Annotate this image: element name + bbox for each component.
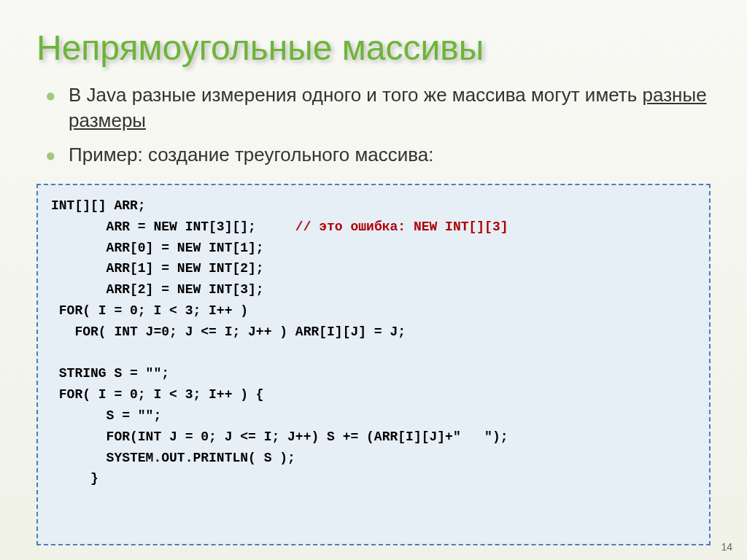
code-line: }: [51, 471, 98, 486]
code-line: ARR[1] = NEW INT[2];: [51, 261, 264, 276]
code-line: ARR[2] = NEW INT[3];: [51, 282, 264, 297]
code-line: SYSTEM.OUT.PRINTLN( S );: [51, 451, 295, 465]
slide: Непрямоугольные массивы В Java разные из…: [0, 0, 747, 560]
bullet-list: В Java разные измерения одного и того же…: [45, 82, 711, 176]
code-comment: // это ошибка: NEW INT[][3]: [295, 219, 508, 234]
code-line: FOR(INT J = 0; J <= I; J++) S += (ARR[I]…: [51, 429, 508, 444]
bullet-item: В Java разные измерения одного и того же…: [45, 82, 711, 133]
code-line: STRING S = "";: [51, 366, 169, 381]
code-line: ARR[0] = NEW INT[1];: [51, 241, 264, 255]
code-line: ARR = NEW INT[3][];: [51, 219, 295, 234]
code-line: INT[][] ARR;: [51, 198, 146, 213]
code-line: FOR( I = 0; I < 3; I++ ) {: [51, 387, 264, 402]
bullet-item: Пример: создание треугольного массива:: [45, 142, 711, 168]
page-number: 14: [721, 541, 732, 553]
bullet-text-pre: В Java разные измерения одного и того же…: [69, 84, 643, 106]
code-line: FOR( INT J=0; J <= I; J++ ) ARR[I][J] = …: [51, 324, 406, 339]
slide-title: Непрямоугольные массивы: [36, 29, 711, 68]
bullet-text-pre: Пример: создание треугольного массива:: [69, 144, 433, 166]
code-line: FOR( I = 0; I < 3; I++ ): [51, 303, 248, 318]
code-block: INT[][] ARR; ARR = NEW INT[3][]; // это …: [36, 184, 711, 545]
code-line: S = "";: [51, 408, 161, 423]
